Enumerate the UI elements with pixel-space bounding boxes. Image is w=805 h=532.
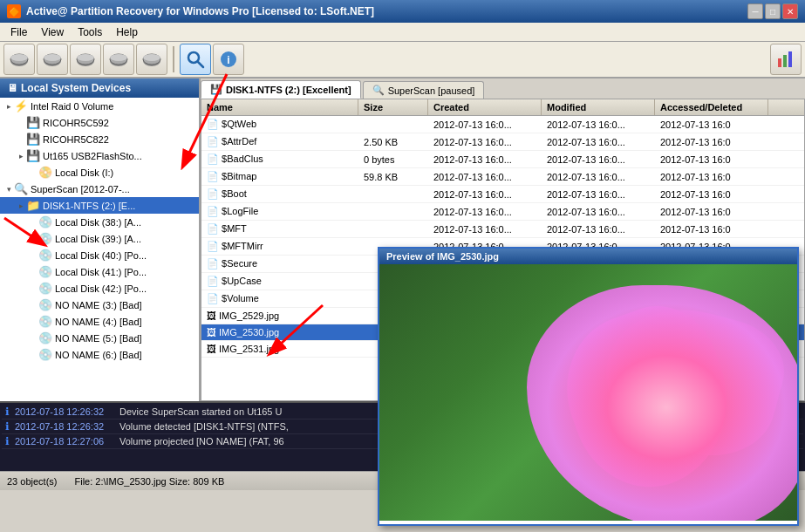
tree-item-13[interactable]: 💿NO NAME (4:) [Bad] xyxy=(0,313,199,330)
tree-icon-5: 🔍 xyxy=(14,182,28,195)
file-created-2: 2012-07-13 16:0... xyxy=(428,153,542,167)
file-row-1[interactable]: 📄 $AttrDef2.50 KB2012-07-13 16:0...2012-… xyxy=(201,133,804,151)
file-row-0[interactable]: 📄 $QtWeb2012-07-13 16:0...2012-07-13 16:… xyxy=(201,116,804,133)
tab-disk1[interactable]: 💾 DISK1-NTFS (2:) [Excellent] xyxy=(201,80,361,99)
file-name-5: 📄 $LogFile xyxy=(201,204,358,219)
tree-icon-0: ⚡ xyxy=(14,99,28,113)
status-objects: 23 object(s) xyxy=(7,476,57,487)
file-created-4: 2012-07-13 16:0... xyxy=(428,188,542,201)
maximize-button[interactable]: □ xyxy=(765,3,781,19)
toolbar-info-btn[interactable]: i xyxy=(213,44,244,75)
file-name-6: 📄 $MFT xyxy=(201,222,358,236)
tree-item-2[interactable]: 💾RICOHR5C822 xyxy=(0,131,199,147)
menu-tools[interactable]: Tools xyxy=(71,24,109,40)
col-header-name[interactable]: Name xyxy=(201,99,358,115)
file-size-4 xyxy=(358,193,428,196)
file-modified-0: 2012-07-13 16:0... xyxy=(542,118,655,132)
tree-label-9: Local Disk (40:) [Po... xyxy=(55,250,147,261)
menu-file[interactable]: File xyxy=(3,24,34,40)
col-header-accessed[interactable]: Accessed/Deleted xyxy=(655,99,768,115)
tree-item-15[interactable]: 💿NO NAME (6:) [Bad] xyxy=(0,346,199,363)
file-name-1: 📄 $AttrDef xyxy=(201,134,358,149)
tree-item-6[interactable]: ▸📁DISK1-NTFS (2:) [E... xyxy=(0,197,199,214)
status-file: File: 2:\IMG_2530.jpg Size: 809 KB xyxy=(74,476,224,487)
tree-label-8: Local Disk (39:) [A... xyxy=(55,234,141,244)
tab-superscan[interactable]: 🔍 SuperScan [paused] xyxy=(363,81,485,99)
tree-label-1: RICOHR5C592 xyxy=(43,118,109,128)
left-panel-header: 🖥 Local System Devices xyxy=(0,78,199,98)
file-created-1: 2012-07-13 16:0... xyxy=(428,135,542,149)
tree-label-11: Local Disk (42:) [Po... xyxy=(55,283,147,294)
tree-icon-4: 📀 xyxy=(38,166,52,179)
tree-item-1[interactable]: 💾RICOHR5C592 xyxy=(0,114,199,131)
file-name-11: 🖼 IMG_2529.jpg xyxy=(201,309,358,323)
preview-image xyxy=(379,264,797,521)
toolbar: i xyxy=(0,42,805,78)
tree-item-8[interactable]: 💿Local Disk (39:) [A... xyxy=(0,230,199,247)
tree-item-0[interactable]: ▸⚡Intel Raid 0 Volume xyxy=(0,98,199,114)
toolbar-btn-2[interactable] xyxy=(37,44,68,75)
file-row-6[interactable]: 📄 $MFT2012-07-13 16:0...2012-07-13 16:0.… xyxy=(201,221,804,238)
tree-label-7: Local Disk (38:) [A... xyxy=(55,217,141,228)
tree-item-14[interactable]: 💿NO NAME (5:) [Bad] xyxy=(0,330,199,346)
tree-icon-13: 💿 xyxy=(38,315,52,328)
menu-view[interactable]: View xyxy=(34,24,71,40)
file-list-header: Name Size Created Modified Accessed/Dele… xyxy=(201,99,804,116)
computer-icon: 🖥 xyxy=(7,82,17,94)
file-accessed-5: 2012-07-13 16:0 xyxy=(655,205,768,219)
file-name-12: 🖼 IMG_2530.jpg xyxy=(201,325,358,339)
log-text-1: Volume detected [DISK1-NTFS] (NTFS, xyxy=(119,421,289,432)
tree-item-4[interactable]: 📀Local Disk (I:) xyxy=(0,164,199,181)
file-row-2[interactable]: 📄 $BadClus0 bytes2012-07-13 16:0...2012-… xyxy=(201,151,804,168)
menu-help[interactable]: Help xyxy=(109,24,145,40)
file-size-6 xyxy=(358,228,428,231)
log-icon-1: ℹ xyxy=(5,420,10,433)
app-title: Active@ Partition Recovery for Windows P… xyxy=(26,5,374,17)
file-row-3[interactable]: 📄 $Bitmap59.8 KB2012-07-13 16:0...2012-0… xyxy=(201,168,804,186)
log-time-2: 2012-07-18 12:27:06 xyxy=(15,436,119,447)
log-time-1: 2012-07-18 12:26:32 xyxy=(15,421,119,432)
toolbar-btn-5[interactable] xyxy=(136,44,167,75)
file-accessed-3: 2012-07-13 16:0 xyxy=(655,170,768,184)
svg-point-5 xyxy=(44,54,61,61)
toolbar-btn-3[interactable] xyxy=(70,44,101,75)
tree-area[interactable]: ▸⚡Intel Raid 0 Volume💾RICOHR5C592💾RICOHR… xyxy=(0,98,199,401)
tree-label-12: NO NAME (3:) [Bad] xyxy=(55,300,142,310)
toolbar-btn-4[interactable] xyxy=(103,44,134,75)
tree-label-2: RICOHR5C822 xyxy=(43,134,109,145)
tree-item-7[interactable]: 💿Local Disk (38:) [A... xyxy=(0,214,199,230)
file-modified-6: 2012-07-13 16:0... xyxy=(542,222,655,236)
file-accessed-2: 2012-07-13 16:0 xyxy=(655,153,768,167)
toolbar-chart-btn[interactable] xyxy=(770,44,802,75)
close-button[interactable]: ✕ xyxy=(782,3,798,19)
svg-rect-21 xyxy=(788,51,792,67)
minimize-button[interactable]: ─ xyxy=(747,3,763,19)
file-row-4[interactable]: 📄 $Boot2012-07-13 16:0...2012-07-13 16:0… xyxy=(201,186,804,203)
file-size-2: 0 bytes xyxy=(358,153,428,167)
tree-item-5[interactable]: ▾🔍SuperScan [2012-07-... xyxy=(0,181,199,197)
tree-item-12[interactable]: 💿NO NAME (3:) [Bad] xyxy=(0,297,199,313)
title-bar: 🔶 Active@ Partition Recovery for Windows… xyxy=(0,0,805,23)
col-header-created[interactable]: Created xyxy=(428,99,542,115)
file-row-5[interactable]: 📄 $LogFile2012-07-13 16:0...2012-07-13 1… xyxy=(201,203,804,221)
tree-icon-7: 💿 xyxy=(38,215,52,228)
toolbar-search-btn[interactable] xyxy=(180,44,211,75)
svg-point-11 xyxy=(110,54,127,61)
tree-label-4: Local Disk (I:) xyxy=(55,167,113,178)
tree-item-10[interactable]: 💿Local Disk (41:) [Po... xyxy=(0,263,199,280)
tree-icon-11: 💿 xyxy=(38,282,52,295)
tree-icon-8: 💿 xyxy=(38,232,52,245)
file-name-4: 📄 $Boot xyxy=(201,187,358,201)
tree-arrow-6: ▸ xyxy=(16,201,26,210)
col-header-size[interactable]: Size xyxy=(358,99,428,115)
tree-item-3[interactable]: ▸💾Ut165 USB2FlashSto... xyxy=(0,147,199,164)
toolbar-btn-1[interactable] xyxy=(3,44,35,75)
col-header-modified[interactable]: Modified xyxy=(542,99,655,115)
tree-item-9[interactable]: 💿Local Disk (40:) [Po... xyxy=(0,247,199,263)
file-modified-5: 2012-07-13 16:0... xyxy=(542,205,655,219)
app-icon: 🔶 xyxy=(7,4,21,18)
tree-item-11[interactable]: 💿Local Disk (42:) [Po... xyxy=(0,280,199,297)
tree-icon-12: 💿 xyxy=(38,298,52,311)
tab-superscan-label: SuperScan [paused] xyxy=(388,85,475,96)
tree-label-6: DISK1-NTFS (2:) [E... xyxy=(43,201,135,211)
